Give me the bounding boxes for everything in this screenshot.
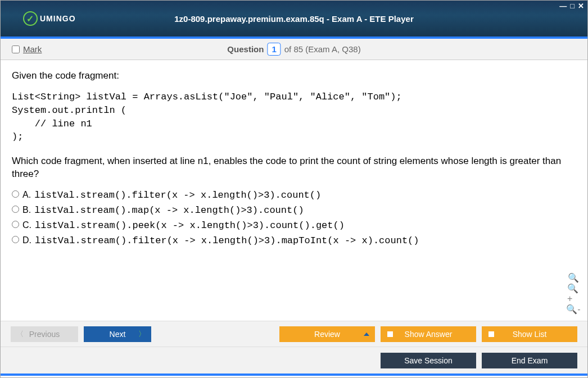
option-code: listVal.stream().peek(x -> x.length()>3)… <box>35 220 345 231</box>
logo-checkmark-icon <box>23 11 38 26</box>
code-fragment: List<String> listVal = Arrays.asList("Jo… <box>12 90 576 144</box>
mark-label[interactable]: Mark <box>23 44 42 54</box>
option-a-radio[interactable] <box>12 190 19 198</box>
triangle-up-icon <box>364 333 369 336</box>
review-button[interactable]: Review <box>279 326 375 342</box>
answer-options: A. listVal.stream().filter(x -> x.length… <box>12 189 576 246</box>
option-letter: C. <box>22 220 31 230</box>
option-c-radio[interactable] <box>12 221 19 228</box>
option-letter: A. <box>22 190 31 200</box>
end-exam-button[interactable]: End Exam <box>482 353 577 368</box>
bottom-separator <box>1 374 587 376</box>
option-code: listVal.stream().map(x -> x.length()>3).… <box>34 205 304 216</box>
nav-footer: 〈 Previous Next 〉 Review Show Answer Sho… <box>1 321 587 347</box>
question-text: Which code fragment, when inserted at li… <box>12 155 576 181</box>
option-b[interactable]: B. listVal.stream().map(x -> x.length()>… <box>12 204 576 216</box>
question-content: Given the code fragment: List<String> li… <box>1 60 587 321</box>
option-letter: D. <box>22 235 31 245</box>
question-word: Question <box>227 44 264 54</box>
maximize-icon[interactable]: □ <box>570 2 575 10</box>
title-bar: UMINGO 1z0-809.prepaway.premium.exam.85q… <box>1 1 587 37</box>
option-a[interactable]: A. listVal.stream().filter(x -> x.length… <box>12 189 576 201</box>
prompt-text: Given the code fragment: <box>12 70 576 81</box>
option-d-radio[interactable] <box>12 236 19 243</box>
brand-name: UMINGO <box>40 14 76 23</box>
chevron-right-icon: 〉 <box>138 329 146 339</box>
question-header: Mark Question 1 of 85 (Exam A, Q38) <box>1 39 587 60</box>
option-c[interactable]: C. listVal.stream().peek(x -> x.length()… <box>12 219 576 231</box>
chevron-left-icon: 〈 <box>16 329 24 339</box>
question-total: of 85 (Exam A, Q38) <box>284 44 361 54</box>
show-answer-button[interactable]: Show Answer <box>381 326 476 342</box>
stop-icon <box>489 331 494 337</box>
next-button[interactable]: Next 〉 <box>84 326 151 342</box>
close-icon[interactable]: ✕ <box>578 2 584 10</box>
option-letter: B. <box>22 205 31 215</box>
show-list-button[interactable]: Show List <box>482 326 577 342</box>
zoom-in-icon[interactable]: 🔍+ <box>567 287 580 299</box>
option-code: listVal.stream().filter(x -> x.length()>… <box>34 190 321 201</box>
option-b-radio[interactable] <box>12 206 19 213</box>
zoom-out-icon[interactable]: 🔍- <box>567 303 580 315</box>
mark-checkbox[interactable] <box>12 45 20 53</box>
session-footer: Save Session End Exam <box>1 347 587 374</box>
previous-button[interactable]: 〈 Previous <box>11 326 78 342</box>
save-session-button[interactable]: Save Session <box>381 353 476 368</box>
stop-icon <box>387 331 393 337</box>
window-title: 1z0-809.prepaway.premium.exam.85q - Exam… <box>174 14 413 24</box>
search-icon[interactable]: 🔍 <box>567 271 580 284</box>
app-logo: UMINGO <box>23 11 76 26</box>
question-number-input[interactable]: 1 <box>267 43 281 56</box>
option-d[interactable]: D. listVal.stream().filter(x -> x.length… <box>12 234 576 246</box>
option-code: listVal.stream().filter(x -> x.length()>… <box>35 235 419 246</box>
minimize-icon[interactable]: — <box>559 2 567 10</box>
